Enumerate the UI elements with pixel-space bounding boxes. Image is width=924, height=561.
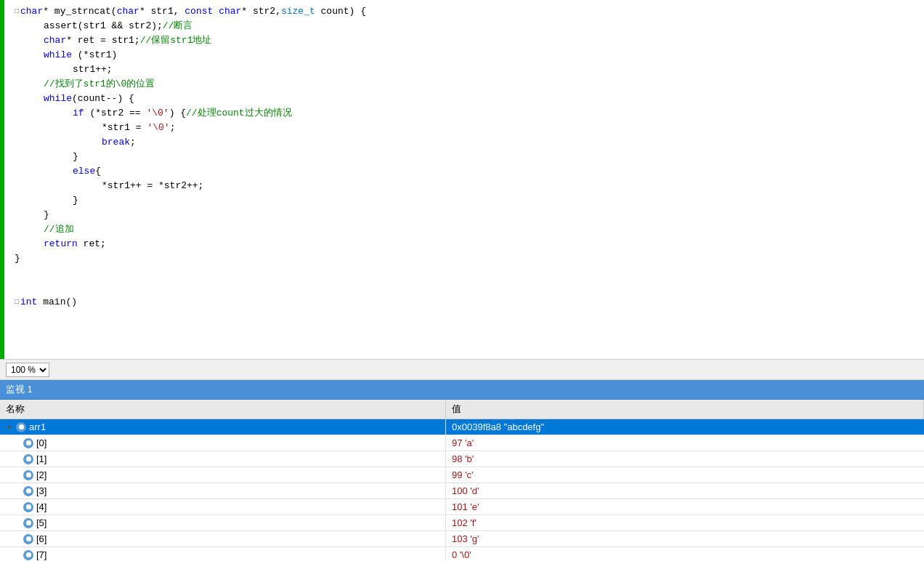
string: '\0' bbox=[146, 106, 169, 121]
string: '\0' bbox=[147, 121, 169, 135]
keyword-char2: char bbox=[117, 4, 139, 19]
code-text: count) { bbox=[315, 4, 366, 19]
code-line bbox=[15, 266, 918, 280]
watch-value-1: 98 'b' bbox=[446, 451, 924, 467]
watch-row-4[interactable]: [4] 101 'e' bbox=[0, 499, 924, 515]
watch-value-2: 99 'c' bbox=[446, 467, 924, 483]
watch-index-text: [1] bbox=[36, 453, 46, 464]
svg-point-0 bbox=[18, 424, 23, 429]
code-line: char* ret = str1;//保留str1地址 bbox=[15, 33, 918, 48]
code-line: □char* my_strncat(char* str1, const char… bbox=[15, 4, 918, 19]
watch-index-text: [7] bbox=[36, 549, 46, 560]
watch-cell-name: [4] bbox=[0, 499, 446, 514]
zoom-bar: 100 % 50 % 75 % 125 % 150 % 200 % bbox=[0, 359, 924, 379]
code-line bbox=[15, 280, 918, 295]
code-line: if (*str2 == '\0') {//处理count过大的情况 bbox=[15, 106, 918, 121]
watch-index-text: [4] bbox=[36, 501, 46, 512]
code-text: } bbox=[15, 251, 20, 266]
code-line: } bbox=[15, 193, 918, 208]
keyword: char bbox=[44, 33, 66, 48]
watch-row-arr1[interactable]: ▼ arr1 0x0039f8a8 "abcdefg" bbox=[0, 419, 924, 435]
code-line: return ret; bbox=[15, 237, 918, 251]
code-text: * ret = str1; bbox=[66, 33, 139, 48]
code-text: (*str1) bbox=[72, 48, 117, 62]
code-line: else{ bbox=[15, 164, 918, 179]
code-line: } bbox=[15, 150, 918, 164]
code-line: } bbox=[15, 208, 918, 222]
code-text: } bbox=[44, 208, 49, 222]
watch-cell-name: [7] bbox=[0, 547, 446, 561]
code-text: main() bbox=[37, 295, 77, 310]
watch-row-2[interactable]: [2] 99 'c' bbox=[0, 467, 924, 483]
svg-point-4 bbox=[25, 488, 31, 493]
watch-title: 监视 1 bbox=[0, 380, 924, 400]
keyword-return: return bbox=[44, 237, 78, 251]
watch-cell-name: [2] bbox=[0, 467, 446, 483]
expand-arrow-icon[interactable]: ▼ bbox=[6, 424, 13, 431]
code-line: *str1++ = *str2++; bbox=[15, 179, 918, 193]
watch-index-text: [6] bbox=[36, 533, 46, 544]
watch-cell-name: [0] bbox=[0, 435, 446, 451]
code-text: ) { bbox=[169, 106, 186, 121]
code-text: * str2, bbox=[241, 4, 281, 19]
watch-table-header: 名称 值 bbox=[0, 400, 924, 419]
collapse-icon-main[interactable]: □ bbox=[15, 295, 19, 310]
keyword-int: int bbox=[20, 295, 37, 310]
code-text: str1++; bbox=[73, 62, 113, 77]
keyword-if: if bbox=[73, 106, 84, 121]
elem-icon bbox=[23, 438, 33, 448]
keyword-while: while bbox=[44, 48, 72, 62]
code-content: □char* my_strncat(char* str1, const char… bbox=[0, 0, 924, 359]
elem-icon bbox=[23, 470, 33, 480]
code-text: (*str2 == bbox=[84, 106, 147, 121]
elem-icon bbox=[23, 534, 33, 544]
arr-icon bbox=[16, 422, 26, 432]
watch-row-6[interactable]: [6] 103 'g' bbox=[0, 531, 924, 547]
code-line: break; bbox=[15, 135, 918, 150]
code-line: assert(str1 && str2);//断言 bbox=[15, 19, 918, 33]
watch-row-1[interactable]: [1] 98 'b' bbox=[0, 451, 924, 467]
zoom-select[interactable]: 100 % 50 % 75 % 125 % 150 % 200 % bbox=[6, 363, 49, 377]
watch-cell-name: [5] bbox=[0, 515, 446, 530]
collapse-icon[interactable]: □ bbox=[15, 4, 19, 19]
watch-value-6: 103 'g' bbox=[446, 531, 924, 546]
watch-title-text: 监视 1 bbox=[6, 384, 33, 395]
watch-cell-name: [3] bbox=[0, 483, 446, 499]
code-line: //追加 bbox=[15, 222, 918, 237]
watch-row-3[interactable]: [3] 100 'd' bbox=[0, 483, 924, 499]
header-value: 值 bbox=[446, 400, 924, 419]
keyword-char: char bbox=[20, 4, 43, 19]
code-text bbox=[213, 4, 219, 19]
watch-row-7[interactable]: [7] 0 '\0' bbox=[0, 547, 924, 561]
svg-point-6 bbox=[25, 520, 31, 525]
type-size_t: size_t bbox=[281, 4, 315, 19]
elem-icon bbox=[23, 502, 33, 512]
code-text: ; bbox=[170, 121, 176, 135]
keyword-while2: while bbox=[44, 92, 72, 106]
comment: //找到了str1的\0的位置 bbox=[44, 77, 155, 92]
comment: //断言 bbox=[163, 19, 193, 33]
code-line: } bbox=[15, 251, 918, 266]
svg-point-3 bbox=[25, 472, 31, 477]
code-line: *str1 = '\0'; bbox=[15, 121, 918, 135]
watch-index-text: [5] bbox=[36, 517, 46, 528]
comment: //处理count过大的情况 bbox=[186, 106, 292, 121]
code-text: *str1 = bbox=[102, 121, 147, 135]
watch-value-4: 101 'e' bbox=[446, 499, 924, 514]
watch-cell-name: [6] bbox=[0, 531, 446, 546]
watch-row-0[interactable]: [0] 97 'a' bbox=[0, 435, 924, 451]
elem-icon bbox=[23, 550, 33, 560]
code-line: □int main() bbox=[15, 295, 918, 310]
code-text: } bbox=[73, 150, 78, 164]
code-text: assert(str1 && str2); bbox=[44, 19, 163, 33]
code-editor: □char* my_strncat(char* str1, const char… bbox=[0, 0, 924, 359]
code-text: (count--) { bbox=[72, 92, 134, 106]
elem-icon bbox=[23, 454, 33, 464]
code-line: while(count--) { bbox=[15, 92, 918, 106]
keyword-else: else bbox=[73, 164, 95, 179]
header-name: 名称 bbox=[0, 400, 446, 419]
code-line: while (*str1) bbox=[15, 48, 918, 62]
watch-row-5[interactable]: [5] 102 'f' bbox=[0, 515, 924, 531]
keyword-const: const bbox=[185, 4, 213, 19]
code-text: } bbox=[73, 193, 78, 208]
